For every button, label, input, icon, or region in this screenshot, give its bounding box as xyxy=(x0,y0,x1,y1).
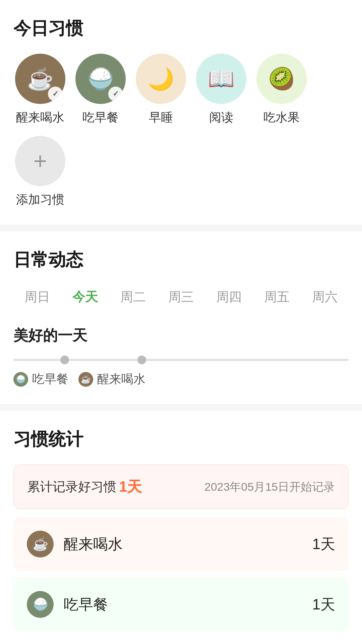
habits-grid: ☕✓醒来喝水🍚✓吃早餐🌙早睡📖阅读🥝吃水果+添加习惯 xyxy=(13,54,349,208)
stats-highlight: 1天 xyxy=(119,477,142,497)
habit-item-early-sleep[interactable]: 🌙早睡 xyxy=(134,54,188,126)
add-habit-label: 添加习惯 xyxy=(16,192,64,208)
habit-circle-fruit: 🥝 xyxy=(256,54,307,104)
habit-circle-breakfast: 🍚✓ xyxy=(75,54,126,104)
timeline-dot-2 xyxy=(137,356,146,364)
stat-days-breakfast: 1天 xyxy=(312,595,335,614)
stats-summary-card: 累计记录好习惯 1天 2023年05月15日开始记录 xyxy=(13,465,349,509)
habit-label-reading: 阅读 xyxy=(209,109,233,126)
habit-check-breakfast: ✓ xyxy=(108,87,123,101)
timeline-icon-breakfast: 🍚 xyxy=(13,372,28,387)
habit-item-fruit[interactable]: 🥝吃水果 xyxy=(255,54,308,126)
daily-tab-monday[interactable]: 周二 xyxy=(109,285,157,309)
daily-section: 日常动态 周日今天周二周三周四周五周六 美好的一天 🍚吃早餐☕醒来喝水 xyxy=(0,231,362,404)
stat-name-drink-water: 醒来喝水 xyxy=(64,534,312,554)
daily-tab-today[interactable]: 今天 xyxy=(61,285,109,309)
stat-icon-breakfast: 🍚 xyxy=(27,591,54,618)
stat-icon-drink-water: ☕ xyxy=(27,531,54,557)
habits-title: 今日习惯 xyxy=(13,17,349,40)
habit-label-drink-water: 醒来喝水 xyxy=(16,109,64,126)
daily-tab-wednesday[interactable]: 周四 xyxy=(205,285,253,309)
daily-tab-sunday[interactable]: 周日 xyxy=(13,285,61,309)
day-title: 美好的一天 xyxy=(13,326,349,345)
add-habit-item[interactable]: +添加习惯 xyxy=(13,136,67,208)
daily-tab-tuesday[interactable]: 周三 xyxy=(157,285,205,309)
stats-section: 习惯统计 累计记录好习惯 1天 2023年05月15日开始记录 ☕醒来喝水1天🍚… xyxy=(0,411,362,644)
timeline-dot-1 xyxy=(60,356,69,364)
stat-name-breakfast: 吃早餐 xyxy=(64,595,312,614)
habit-icon-drink-water: ☕ xyxy=(27,66,54,92)
timeline-text-drink-water: 醒来喝水 xyxy=(97,371,145,387)
habit-item-reading[interactable]: 📖阅读 xyxy=(194,54,248,126)
timeline-text-breakfast: 吃早餐 xyxy=(32,371,68,387)
daily-tab-saturday[interactable]: 周六 xyxy=(301,285,349,309)
habit-label-fruit: 吃水果 xyxy=(263,109,300,126)
timeline-bar xyxy=(13,359,349,361)
add-habit-circle[interactable]: + xyxy=(15,136,65,186)
timeline-icon-drink-water: ☕ xyxy=(78,372,93,387)
habit-icon-reading: 📖 xyxy=(208,66,235,92)
habit-circle-drink-water: ☕✓ xyxy=(15,54,65,104)
habit-label-breakfast: 吃早餐 xyxy=(82,109,119,126)
timeline-label-breakfast: 🍚吃早餐 xyxy=(13,371,68,387)
stats-title: 习惯统计 xyxy=(13,428,349,451)
stats-rows: ☕醒来喝水1天🍚吃早餐1天 xyxy=(13,517,349,631)
habit-check-drink-water: ✓ xyxy=(48,87,63,101)
habit-item-breakfast[interactable]: 🍚✓吃早餐 xyxy=(74,54,127,126)
habit-circle-early-sleep: 🌙 xyxy=(136,54,186,104)
timeline-labels: 🍚吃早餐☕醒来喝水 xyxy=(13,371,349,387)
habit-icon-fruit: 🥝 xyxy=(268,66,295,92)
habit-circle-reading: 📖 xyxy=(196,54,246,104)
timeline-label-drink-water: ☕醒来喝水 xyxy=(78,371,145,387)
habits-section: 今日习惯 ☕✓醒来喝水🍚✓吃早餐🌙早睡📖阅读🥝吃水果+添加习惯 xyxy=(0,0,362,225)
stat-days-drink-water: 1天 xyxy=(312,534,335,554)
daily-tabs: 周日今天周二周三周四周五周六 xyxy=(13,285,349,309)
stats-prefix: 累计记录好习惯 xyxy=(27,478,116,495)
habit-item-drink-water[interactable]: ☕✓醒来喝水 xyxy=(13,54,67,126)
daily-tab-thursday[interactable]: 周五 xyxy=(253,285,301,309)
habit-icon-early-sleep: 🌙 xyxy=(147,66,174,92)
stats-date: 2023年05月15日开始记录 xyxy=(204,479,335,495)
stat-row-drink-water: ☕醒来喝水1天 xyxy=(13,517,349,571)
habit-icon-breakfast: 🍚 xyxy=(87,66,114,92)
habit-label-early-sleep: 早睡 xyxy=(149,109,173,126)
stat-row-breakfast: 🍚吃早餐1天 xyxy=(13,578,349,631)
daily-title: 日常动态 xyxy=(13,248,349,272)
